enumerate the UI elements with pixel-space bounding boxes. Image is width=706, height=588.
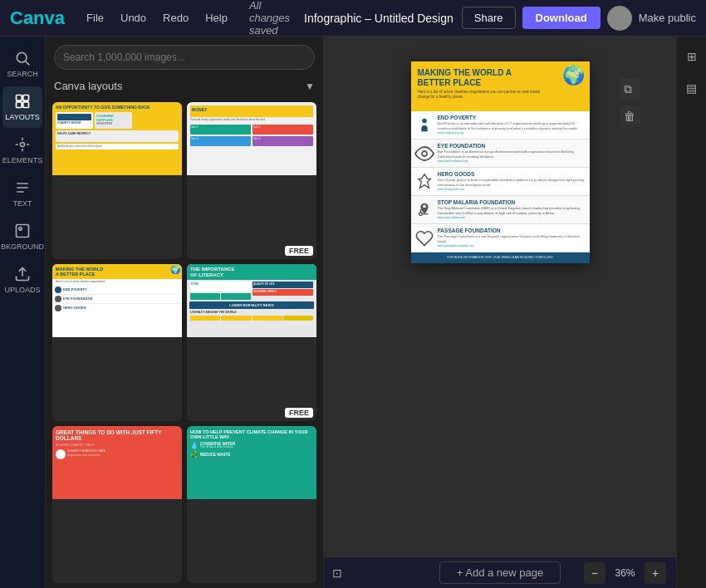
layout-item-2[interactable]: MONEY Financial charity organization det… <box>187 102 316 259</box>
right-tool-1[interactable]: ⊞ <box>682 45 702 68</box>
help-menu[interactable]: Help <box>199 8 234 27</box>
svg-line-1 <box>26 61 30 66</box>
zoom-out-button[interactable]: − <box>584 562 605 584</box>
chevron-down-icon[interactable]: ▼ <box>305 81 315 92</box>
sidebar-text-label: TEXT <box>12 199 32 208</box>
panel-header: Canva layouts ▼ <box>46 75 323 97</box>
right-tool-2[interactable]: ▤ <box>681 76 702 100</box>
svg-point-11 <box>422 151 427 156</box>
sidebar-uploads-label: UPLOADS <box>5 286 41 294</box>
download-button[interactable]: Download <box>522 7 601 29</box>
section-body-3: Hero Goods' goal is to build a sustainab… <box>438 178 586 187</box>
inf-subtitle: Here is a list of active charities oragn… <box>418 90 547 100</box>
svg-point-6 <box>21 143 25 147</box>
svg-point-12 <box>419 213 422 216</box>
canvas-area[interactable]: 🌍 MAKING THE WORLD A BETTER PLACE Here i… <box>324 37 676 588</box>
section-title-2: EYE FOUNDATION <box>438 143 586 149</box>
zoom-controls: − 36% + <box>584 562 666 584</box>
sidebar-item-layouts[interactable]: LAYOUTS <box>2 86 42 128</box>
svg-point-0 <box>17 52 27 62</box>
section-link-5: www.passagefoundation.org <box>438 244 586 247</box>
infographic-canvas: 🌍 MAKING THE WORLD A BETTER PLACE Here i… <box>411 61 590 263</box>
sidebar-layouts-label: LAYOUTS <box>5 113 39 121</box>
svg-rect-4 <box>17 102 22 108</box>
section-title-3: HERO GOODS <box>438 171 586 177</box>
free-badge-2: FREE <box>285 246 313 256</box>
file-menu[interactable]: File <box>80 8 110 27</box>
inf-footer: FOR MORE INFORMATION VISIT US AT WWW.CHA… <box>411 252 590 263</box>
search-input[interactable] <box>54 45 315 70</box>
section-title-1: END POVERTY <box>438 115 586 120</box>
section-body-4: The Stop Malaria Foundation (SMF) is a U… <box>438 206 586 215</box>
sidebar-item-uploads[interactable]: UPLOADS <box>2 259 42 301</box>
svg-rect-2 <box>17 96 22 101</box>
copy-icon[interactable]: ⧉ <box>620 78 640 100</box>
bottom-bar: ⊡ + Add a new page − 36% + <box>324 556 676 588</box>
section-link-1: www.endpoverty.org <box>438 131 586 135</box>
section-body-1: End Poverty is an international confeder… <box>438 121 586 130</box>
left-sidebar: SEARCH LAYOUTS ELEMENTS TEXT BKGROUND UP… <box>0 37 46 588</box>
make-public-button[interactable]: Make public <box>639 12 696 24</box>
screen-preview-icon[interactable]: ⊡ <box>332 566 342 580</box>
sidebar-item-text[interactable]: TEXT <box>2 173 42 214</box>
section-title-5: PASSAGE FOUNDATION <box>438 228 586 233</box>
topbar-menu: File Undo Redo Help <box>80 8 234 27</box>
search-bar <box>46 37 323 75</box>
inf-title: MAKING THE WORLD A BETTER PLACE <box>418 68 526 87</box>
section-body-5: The Passage Foundation is a not-for-prof… <box>438 234 586 243</box>
layout-item-3[interactable]: MAKING THE WORLDA BETTER PLACE 🌍 Here is… <box>52 264 182 421</box>
sidebar-search-label: SEARCH <box>7 70 38 78</box>
topbar: Canva File Undo Redo Help All changes sa… <box>0 0 706 37</box>
svg-point-10 <box>422 119 427 124</box>
svg-rect-5 <box>23 102 29 108</box>
sidebar-background-label: BKGROUND <box>1 243 44 251</box>
section-link-3: www.herogoods.com <box>438 188 586 191</box>
zoom-level: 36% <box>610 567 640 579</box>
undo-menu[interactable]: Undo <box>114 8 153 27</box>
canva-logo: Canva <box>10 7 65 29</box>
layouts-grid: AN OPPORTUNITY TO GIVE SOMETHING BACK CH… <box>46 97 323 588</box>
zoom-in-button[interactable]: + <box>645 562 666 584</box>
avatar[interactable] <box>607 6 632 31</box>
section-body-2: Eye Foundation is an American non-profit… <box>438 149 586 159</box>
layout-item-5[interactable]: GREAT THINGS TO DO WITH JUST FIFTY DOLLA… <box>52 426 182 583</box>
share-button[interactable]: Share <box>462 7 516 29</box>
section-link-2: www.eyefoundation.org <box>438 159 586 163</box>
layout-item-1[interactable]: AN OPPORTUNITY TO GIVE SOMETHING BACK CH… <box>52 102 182 259</box>
layout-item-6[interactable]: HOW TO HELP PREVENT CLIMATE CHANGE IN YO… <box>187 426 316 583</box>
trash-icon[interactable]: 🗑 <box>620 105 640 127</box>
svg-point-8 <box>19 228 22 230</box>
add-page-button[interactable]: + Add a new page <box>439 561 561 584</box>
design-title: Infographic – Untitled Design <box>304 12 454 25</box>
free-badge-4: FREE <box>285 408 313 418</box>
sidebar-item-search[interactable]: SEARCH <box>2 43 42 85</box>
saved-status: All changes saved <box>249 0 296 37</box>
layouts-panel: Canva layouts ▼ AN OPPORTUNITY TO GIVE S… <box>46 37 324 588</box>
svg-rect-7 <box>17 225 29 238</box>
sidebar-elements-label: ELEMENTS <box>2 156 43 164</box>
infographic: 🌍 MAKING THE WORLD A BETTER PLACE Here i… <box>411 61 590 263</box>
section-link-4: www.stopmalaria.com <box>438 216 586 219</box>
sidebar-item-elements[interactable]: ELEMENTS <box>2 130 42 171</box>
layout-item-4[interactable]: THE IMPORTANCEOF LITERACY $70M QUALITY O… <box>187 264 316 421</box>
section-title-4: STOP MALARIA FOUNDATION <box>438 199 586 205</box>
sidebar-item-background[interactable]: BKGROUND <box>2 216 42 257</box>
right-sidebar: ⊞ ▤ <box>676 37 706 588</box>
svg-rect-3 <box>23 96 29 101</box>
redo-menu[interactable]: Redo <box>156 8 195 27</box>
topbar-right: Share Download Make public <box>462 6 696 31</box>
main-area: SEARCH LAYOUTS ELEMENTS TEXT BKGROUND UP… <box>0 37 706 588</box>
dropdown-label: Canva layouts <box>54 80 122 92</box>
